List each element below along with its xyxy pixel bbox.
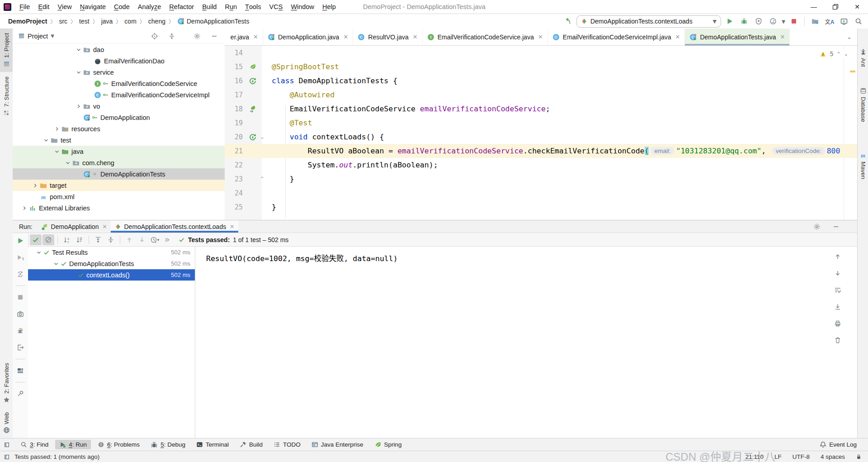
code-line-20[interactable]: 20⌄ void contextLoads() { bbox=[225, 130, 857, 144]
stripe-button-database[interactable]: Database bbox=[860, 83, 867, 127]
file-encoding[interactable]: UTF-8 bbox=[793, 453, 810, 460]
show-ignored-button[interactable] bbox=[42, 234, 54, 245]
project-panel-title[interactable]: Project bbox=[28, 33, 48, 40]
tree-item-dao[interactable]: dao bbox=[13, 44, 225, 55]
breadcrumb-item[interactable]: src bbox=[57, 18, 69, 25]
code-line-21[interactable]: 21 ResultVO aBoolean = emailVerification… bbox=[225, 144, 857, 158]
menu-item-tools[interactable]: Tools bbox=[241, 0, 265, 14]
menu-item-analyze[interactable]: Analyze bbox=[134, 0, 165, 14]
caret-down-button[interactable] bbox=[832, 268, 844, 279]
breadcrumb-item[interactable]: com bbox=[123, 18, 138, 25]
menu-item-view[interactable]: View bbox=[53, 0, 75, 14]
tree-chevron-icon[interactable] bbox=[63, 160, 72, 166]
indent-setting[interactable]: 4 spaces bbox=[821, 453, 845, 460]
collapse-all-button[interactable] bbox=[166, 31, 178, 42]
tab-close-icon[interactable]: ✕ bbox=[253, 33, 258, 40]
toolwindow-button-todo[interactable]: TODO bbox=[269, 440, 305, 449]
run-button[interactable] bbox=[724, 16, 736, 27]
minimize-button[interactable]: — bbox=[803, 0, 825, 14]
spring-leaf-icon[interactable] bbox=[249, 63, 256, 71]
rerun-button[interactable] bbox=[14, 235, 26, 246]
pin-tab-button[interactable] bbox=[14, 388, 26, 399]
run-test-icon[interactable] bbox=[249, 133, 256, 141]
menu-item-file[interactable]: File bbox=[15, 0, 34, 14]
stripe-button-ant[interactable]: Ant bbox=[860, 44, 867, 71]
tree-item-demoapplication[interactable]: CDemoApplication bbox=[13, 112, 225, 123]
project-structure-button[interactable] bbox=[809, 16, 821, 27]
tree-item-service[interactable]: service bbox=[13, 67, 225, 78]
toolwindow-button-terminal[interactable]: Terminal bbox=[192, 440, 233, 449]
menu-item-edit[interactable]: Edit bbox=[34, 0, 53, 14]
tab-close-icon[interactable]: ✕ bbox=[343, 33, 348, 40]
search-everywhere-button[interactable] bbox=[853, 16, 864, 27]
collapse-all-button[interactable] bbox=[105, 234, 117, 245]
spring-bean-icon[interactable] bbox=[249, 105, 256, 113]
debug-button[interactable] bbox=[738, 16, 750, 27]
stop-button[interactable] bbox=[14, 292, 26, 303]
breadcrumb-item[interactable]: DemoProject bbox=[6, 18, 49, 25]
stripe-button-1-project[interactable]: 1: Project bbox=[0, 29, 13, 72]
editor-tab-emailverificationcodeserviceimpl-java[interactable]: CEmailVerificationCodeServiceImpl.java✕ bbox=[548, 29, 685, 45]
menu-item-build[interactable]: Build bbox=[198, 0, 221, 14]
chevron-down-icon[interactable]: ▼ bbox=[51, 33, 54, 38]
run-configuration-select[interactable]: DemoApplicationTests.contextLoads▼ bbox=[576, 15, 721, 28]
menu-item-window[interactable]: Window bbox=[287, 0, 318, 14]
tool-window-switcher-icon[interactable] bbox=[4, 442, 10, 448]
fold-marker[interactable]: ⌃ bbox=[258, 176, 266, 182]
line-separator[interactable]: LF bbox=[774, 453, 782, 460]
tree-chevron-icon[interactable] bbox=[74, 69, 83, 76]
previous-failed-button[interactable] bbox=[123, 234, 135, 245]
sort-by-duration-button[interactable] bbox=[74, 234, 85, 245]
run-tab-demoapplicationtests-contextloads[interactable]: DemoApplicationTests.contextLoads✕ bbox=[111, 220, 238, 233]
toggle-auto-test-button[interactable] bbox=[14, 269, 26, 280]
stripe-button-web[interactable]: Web bbox=[0, 408, 13, 438]
toolwindow-button-4-run[interactable]: 4: Run bbox=[55, 440, 91, 449]
tab-close-icon[interactable]: ✕ bbox=[413, 33, 418, 40]
toolwindow-button-java-enterprise[interactable]: Java Enterprise bbox=[307, 440, 368, 449]
tree-item-pom-xml[interactable]: mpom.xml bbox=[13, 191, 225, 202]
breadcrumb-item[interactable]: test bbox=[77, 18, 91, 25]
no-bug-button[interactable] bbox=[14, 325, 26, 336]
code-line-18[interactable]: 18 EmailVerificationCodeService emailVer… bbox=[225, 102, 857, 116]
tree-item-java[interactable]: java bbox=[13, 146, 225, 157]
stripe-button-7-structure[interactable]: 7: Structure bbox=[0, 72, 13, 120]
event-log-button[interactable]: Event Log bbox=[816, 440, 861, 449]
hidden-tabs-icon[interactable]: ⌄ bbox=[847, 33, 852, 40]
settings-button[interactable] bbox=[811, 221, 823, 232]
menu-item-vcs[interactable]: VCS bbox=[265, 0, 287, 14]
toolwindow-button-5-debug[interactable]: 5: Debug bbox=[146, 440, 189, 450]
code-line-22[interactable]: 22 System.out.println(aBoolean); bbox=[225, 158, 857, 172]
rerun-failed-button[interactable]: 9 bbox=[14, 252, 26, 263]
test-history-button[interactable]: ▾ bbox=[149, 234, 160, 245]
tab-close-icon[interactable]: ✕ bbox=[230, 224, 234, 230]
tab-close-icon[interactable]: ✕ bbox=[102, 224, 107, 230]
translate-button[interactable]: 文A bbox=[824, 16, 835, 27]
import-tests-button[interactable] bbox=[14, 342, 26, 353]
breadcrumb-item[interactable]: CDemoApplicationTests bbox=[175, 18, 251, 25]
editor-tab-er-java[interactable]: er.java✕ bbox=[225, 29, 263, 45]
run-tab-demoapplication[interactable]: DemoApplication✕ bbox=[37, 220, 111, 233]
gutter-icon-slot[interactable] bbox=[247, 63, 258, 71]
sort-alphabetically-button[interactable]: az bbox=[61, 234, 73, 245]
fold-marker[interactable]: ⌄ bbox=[258, 133, 266, 140]
menu-item-refactor[interactable]: Refactor bbox=[165, 0, 198, 14]
tree-item-target[interactable]: target bbox=[13, 180, 225, 191]
tree-item-emailverificationdao[interactable]: EmailVerificationDao bbox=[13, 55, 225, 67]
coverage-button[interactable] bbox=[753, 16, 764, 27]
code-line-25[interactable]: 25} bbox=[225, 200, 857, 214]
caret-up-button[interactable] bbox=[832, 251, 844, 262]
locate-button[interactable] bbox=[149, 31, 160, 42]
tree-chevron-icon[interactable] bbox=[20, 205, 29, 211]
revert-arrow-button[interactable] bbox=[562, 16, 574, 27]
code-line-15[interactable]: 15@SpringBootTest bbox=[225, 60, 857, 74]
test-console[interactable]: ResultVO(code=1002, msg=校验失败, data=null) bbox=[195, 247, 830, 438]
profiler-dropdown-icon[interactable]: ▾ bbox=[782, 17, 785, 26]
stripe-button-2-favorites[interactable]: 2: Favorites bbox=[0, 358, 13, 408]
gutter-icon-slot[interactable] bbox=[247, 77, 258, 85]
tree-item-emailverificationcodeservice[interactable]: IEmailVerificationCodeService bbox=[13, 78, 225, 89]
breadcrumb-item[interactable]: java bbox=[99, 18, 115, 25]
editor-tab-emailverificationcodeservice-java[interactable]: IEmailVerificationCodeService.java✕ bbox=[423, 29, 548, 45]
tab-close-icon[interactable]: ✕ bbox=[538, 33, 543, 40]
tree-chevron-icon[interactable] bbox=[42, 137, 51, 143]
gutter-icon-slot[interactable] bbox=[247, 105, 258, 113]
